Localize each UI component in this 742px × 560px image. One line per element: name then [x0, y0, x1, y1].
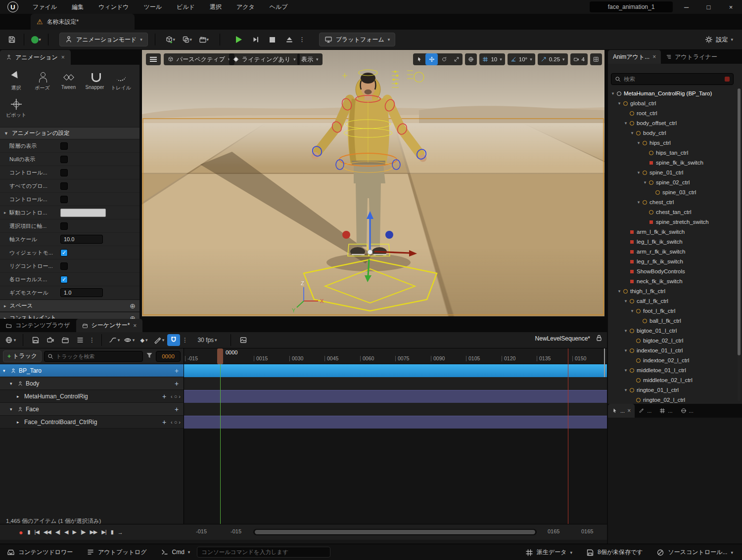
setting-control[interactable]: ✓ — [60, 209, 106, 217]
key-navigation[interactable]: ‹○› — [171, 419, 181, 425]
setting-control[interactable]: ✓ — [60, 142, 68, 150]
menu-item[interactable]: ウィンドウ — [91, 0, 136, 14]
tree-item[interactable]: spine_fk_ik_switch — [608, 158, 735, 168]
tree-item[interactable]: ball_l_fk_ctrl — [608, 316, 735, 326]
tree-chevron-icon[interactable] — [629, 308, 635, 313]
transport-button[interactable]: ▶ — [73, 529, 76, 535]
setting-control[interactable]: ✓ — [60, 182, 68, 190]
work-range-end[interactable]: 0165 — [548, 528, 559, 534]
view-range-end[interactable]: 0165 — [581, 528, 593, 534]
timeline-bar-bp-taro[interactable] — [184, 364, 607, 377]
menu-item[interactable]: ヘルプ — [262, 0, 295, 14]
tab-animation[interactable]: アニメーション × — [0, 50, 71, 65]
editor-mode-dropdown[interactable]: アニメーションモード ▾ — [59, 33, 148, 46]
derived-data-button[interactable]: 派生データ▾ — [518, 544, 579, 560]
tree-item[interactable]: foot_l_fk_ctrl — [608, 306, 735, 316]
tree-chevron-icon[interactable] — [642, 180, 648, 185]
save-sequence-icon[interactable] — [29, 334, 42, 346]
tab-world-outliner[interactable]: アウトライナー — [661, 50, 722, 64]
skip-forward-button[interactable] — [248, 33, 264, 46]
grid-snap-value[interactable]: 10 — [491, 56, 497, 62]
content-drawer-button[interactable]: コンテンツドロワー — [0, 544, 80, 560]
work-range-start[interactable]: -015 — [231, 528, 241, 534]
tree-item[interactable]: neck_fk_ik_switch — [608, 276, 735, 286]
key-navigation[interactable]: ‹○› — [171, 393, 181, 399]
setting-control[interactable]: ✓ — [60, 249, 68, 257]
tree-chevron-icon[interactable] — [636, 170, 642, 175]
tree-chevron-icon[interactable] — [636, 200, 642, 205]
detail-tab-1[interactable]: ...× — [608, 404, 635, 418]
tab-sequencer[interactable]: シーケンサー* × — [76, 319, 143, 332]
tree-chevron-icon[interactable] — [623, 121, 629, 126]
timeline-row-face[interactable] — [184, 403, 607, 416]
tree-chevron-icon[interactable] — [636, 140, 642, 145]
transport-button[interactable]: ▶| — [101, 529, 106, 535]
tree-item[interactable]: arm_l_fk_ik_switch — [608, 227, 735, 237]
track-filter-icon[interactable] — [145, 351, 153, 361]
tree-chevron-icon[interactable] — [623, 348, 629, 353]
setting-control[interactable]: ✓ 10.0 — [60, 235, 103, 244]
search-clear-icon[interactable] — [725, 77, 730, 82]
track-row-body[interactable]: ▾ Body + — [0, 377, 184, 390]
setting-control[interactable]: ✓ — [60, 169, 68, 176]
outliner-search-input[interactable] — [624, 76, 722, 82]
detail-tab-4[interactable]: ... — [677, 404, 697, 418]
detail-tab-3[interactable]: ... — [655, 404, 676, 418]
tree-item[interactable]: body_offset_ctrl — [608, 118, 735, 128]
tree-item[interactable]: leg_r_fk_ik_switch — [608, 257, 735, 266]
close-icon[interactable]: × — [61, 54, 65, 61]
tree-item[interactable]: ShowBodyControls — [608, 266, 735, 276]
transport-button[interactable]: ● — [19, 528, 23, 536]
minimize-button[interactable]: ─ — [675, 0, 697, 14]
world-local-toggle[interactable] — [465, 53, 477, 65]
create-camera-icon[interactable] — [44, 334, 57, 346]
close-button[interactable]: × — [720, 0, 742, 14]
tree-chevron-icon[interactable] — [616, 101, 622, 106]
animation-tool-button[interactable]: ピボット — [3, 96, 29, 121]
scale-tool-button[interactable] — [450, 53, 463, 65]
close-icon[interactable]: × — [133, 322, 137, 329]
lock-icon[interactable] — [595, 334, 603, 344]
keyframe-options-icon[interactable]: ◆▾ — [138, 334, 150, 346]
animation-tool-button[interactable]: トレイル — [108, 69, 134, 94]
menu-item[interactable]: 選択 — [202, 0, 229, 14]
rotation-snap-value[interactable]: 10° — [519, 56, 527, 62]
playback-end-marker[interactable] — [568, 348, 568, 524]
animation-tool-button[interactable]: Tween — [55, 69, 82, 94]
transport-button[interactable]: ▮ — [111, 529, 113, 535]
render-movie-icon[interactable] — [59, 334, 72, 346]
sequencer-options-dots[interactable]: ⋮ — [89, 334, 95, 346]
snap-options-dots[interactable]: ⋮ — [182, 334, 188, 346]
cmd-dropdown[interactable]: Cmd▾ — [154, 544, 197, 560]
add-subtrack-button[interactable]: + — [160, 418, 168, 426]
tree-item[interactable]: spine_01_ctrl — [608, 168, 735, 177]
outliner-search[interactable] — [611, 73, 734, 85]
tree-item[interactable]: hips_tan_ctrl — [608, 148, 735, 158]
add-subtrack-button[interactable]: + — [160, 392, 168, 400]
tree-chevron-icon[interactable] — [616, 289, 622, 294]
setting-control[interactable]: ✓ — [60, 222, 68, 230]
track-search[interactable] — [44, 351, 143, 362]
track-row-bp-taro[interactable]: ▾ BP_Taro + — [0, 364, 184, 377]
setting-control[interactable]: ✓ — [60, 276, 68, 283]
tree-item[interactable]: middletoe_01_l_ctrl — [608, 365, 735, 375]
tree-chevron-icon[interactable] — [610, 91, 616, 96]
perspective-dropdown[interactable]: パースペクティブ▾ — [164, 53, 234, 65]
tree-chevron-icon[interactable] — [623, 328, 629, 333]
transport-button[interactable]: ◀◀ — [44, 529, 51, 535]
thumbnail-icon[interactable] — [237, 334, 250, 346]
scale-snap-toggle[interactable]: 0.25▾ — [538, 53, 568, 65]
tree-item[interactable]: indextoe_02_l_ctrl — [608, 355, 735, 365]
view-mode-dropdown[interactable]: ライティングあり▾ — [229, 53, 300, 65]
play-options-button[interactable]: ⋮ — [298, 33, 306, 46]
playhead-line[interactable] — [220, 364, 221, 524]
tree-item[interactable]: MetaHuman_ControlRig (BP_Taro) — [608, 88, 735, 98]
play-button[interactable] — [231, 33, 247, 46]
tree-item[interactable]: global_ctrl — [608, 98, 735, 108]
tree-item[interactable]: ringtoe_01_l_ctrl — [608, 385, 735, 395]
eject-button[interactable] — [281, 33, 297, 46]
add-subtrack-button[interactable]: + — [173, 405, 181, 413]
current-frame-field[interactable]: 0000 — [156, 351, 181, 362]
tree-item[interactable]: chest_ctrl — [608, 197, 735, 207]
animation-settings-header[interactable]: ▼アニメーションの設定 — [0, 127, 139, 139]
